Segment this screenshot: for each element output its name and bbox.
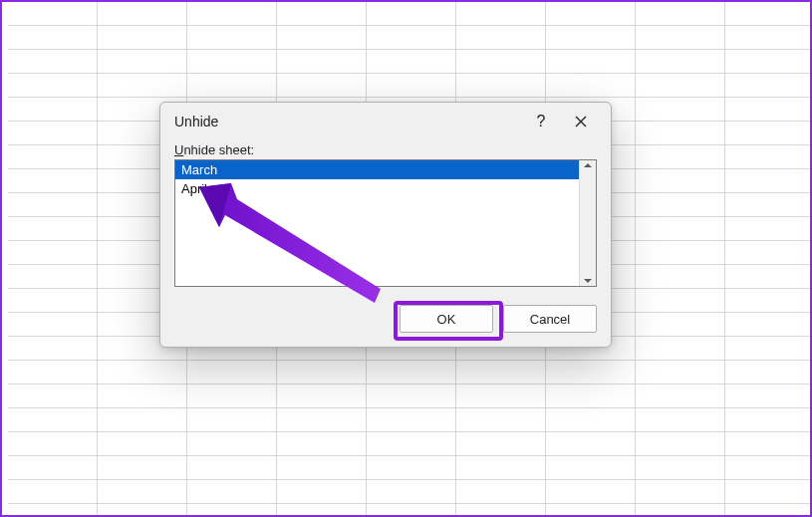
cell[interactable] <box>546 504 636 517</box>
cell[interactable] <box>187 385 277 408</box>
sheet-list-item[interactable]: March <box>175 160 579 179</box>
cell[interactable] <box>725 361 812 385</box>
cell[interactable] <box>187 408 277 432</box>
cell[interactable] <box>187 480 277 504</box>
cell[interactable] <box>8 385 98 408</box>
cell[interactable] <box>725 193 812 217</box>
help-button[interactable]: ? <box>521 107 561 136</box>
cell[interactable] <box>725 217 812 241</box>
sheet-list-item[interactable]: April <box>175 179 579 198</box>
cell[interactable] <box>277 2 367 26</box>
cell[interactable] <box>636 241 725 265</box>
cell[interactable] <box>8 361 98 385</box>
cell[interactable] <box>8 98 98 122</box>
sheet-listbox[interactable]: MarchApril <box>175 160 579 286</box>
cell[interactable] <box>367 74 456 98</box>
cell[interactable] <box>456 361 546 385</box>
cell[interactable] <box>456 432 546 456</box>
listbox-scrollbar[interactable] <box>579 160 596 286</box>
cell[interactable] <box>636 193 725 217</box>
cell[interactable] <box>8 456 98 480</box>
ok-button[interactable]: OK <box>400 305 493 333</box>
cell[interactable] <box>636 337 725 361</box>
cell[interactable] <box>636 504 725 517</box>
cell[interactable] <box>277 385 367 408</box>
cell[interactable] <box>367 50 456 74</box>
dialog-titlebar[interactable]: Unhide ? <box>160 103 611 140</box>
cell[interactable] <box>98 2 187 26</box>
cell[interactable] <box>367 385 456 408</box>
cell[interactable] <box>636 145 725 169</box>
cell[interactable] <box>725 74 812 98</box>
cell[interactable] <box>636 408 725 432</box>
cell[interactable] <box>725 313 812 337</box>
cell[interactable] <box>725 265 812 289</box>
cell[interactable] <box>187 432 277 456</box>
scroll-up-icon[interactable] <box>584 163 592 167</box>
cell[interactable] <box>725 408 812 432</box>
cell[interactable] <box>8 145 98 169</box>
cell[interactable] <box>98 504 187 517</box>
cell[interactable] <box>725 98 812 122</box>
cell[interactable] <box>636 432 725 456</box>
cell[interactable] <box>98 50 187 74</box>
cell[interactable] <box>277 504 367 517</box>
cell[interactable] <box>636 217 725 241</box>
cell[interactable] <box>725 385 812 408</box>
cell[interactable] <box>456 385 546 408</box>
cell[interactable] <box>725 480 812 504</box>
cell[interactable] <box>546 361 636 385</box>
cell[interactable] <box>456 2 546 26</box>
cell[interactable] <box>277 480 367 504</box>
cell[interactable] <box>456 456 546 480</box>
cell[interactable] <box>725 122 812 145</box>
cancel-button[interactable]: Cancel <box>503 305 597 333</box>
cell[interactable] <box>8 193 98 217</box>
cell[interactable] <box>636 289 725 313</box>
cell[interactable] <box>367 456 456 480</box>
cell[interactable] <box>725 289 812 313</box>
cell[interactable] <box>8 241 98 265</box>
cell[interactable] <box>277 432 367 456</box>
cell[interactable] <box>725 337 812 361</box>
cell[interactable] <box>98 432 187 456</box>
cell[interactable] <box>277 26 367 50</box>
cell[interactable] <box>725 456 812 480</box>
cell[interactable] <box>367 480 456 504</box>
cell[interactable] <box>546 385 636 408</box>
cell[interactable] <box>8 26 98 50</box>
cell[interactable] <box>8 122 98 145</box>
cell[interactable] <box>367 361 456 385</box>
cell[interactable] <box>456 74 546 98</box>
cell[interactable] <box>546 26 636 50</box>
cell[interactable] <box>277 74 367 98</box>
cell[interactable] <box>187 2 277 26</box>
cell[interactable] <box>8 337 98 361</box>
cell[interactable] <box>636 50 725 74</box>
cell[interactable] <box>8 432 98 456</box>
cell[interactable] <box>725 504 812 517</box>
cell[interactable] <box>546 2 636 26</box>
cell[interactable] <box>98 361 187 385</box>
cell[interactable] <box>277 50 367 74</box>
cell[interactable] <box>98 385 187 408</box>
cell[interactable] <box>456 480 546 504</box>
cell[interactable] <box>8 2 98 26</box>
cell[interactable] <box>98 480 187 504</box>
cell[interactable] <box>725 50 812 74</box>
cell[interactable] <box>8 289 98 313</box>
cell[interactable] <box>8 265 98 289</box>
cell[interactable] <box>98 26 187 50</box>
cell[interactable] <box>636 169 725 193</box>
cell[interactable] <box>636 122 725 145</box>
cell[interactable] <box>725 432 812 456</box>
cell[interactable] <box>8 408 98 432</box>
cell[interactable] <box>187 361 277 385</box>
cell[interactable] <box>636 26 725 50</box>
cell[interactable] <box>725 2 812 26</box>
cell[interactable] <box>636 313 725 337</box>
cell[interactable] <box>725 241 812 265</box>
cell[interactable] <box>725 26 812 50</box>
cell[interactable] <box>187 504 277 517</box>
cell[interactable] <box>187 26 277 50</box>
